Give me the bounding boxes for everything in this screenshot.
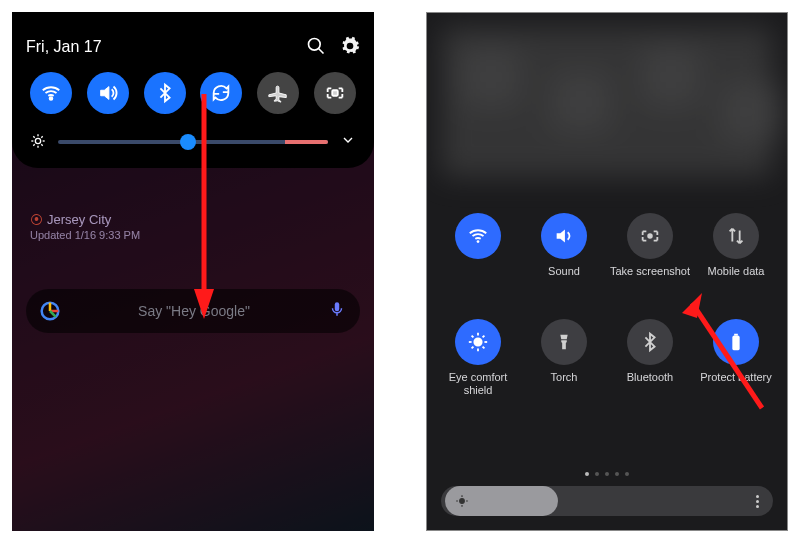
- qs-tile-bluetooth[interactable]: Bluetooth: [607, 319, 693, 397]
- svg-point-0: [42, 303, 59, 320]
- qs-tile-wifi[interactable]: [30, 72, 72, 114]
- brightness-icon: [455, 494, 469, 508]
- svg-point-18: [648, 234, 652, 238]
- svg-line-25: [483, 347, 485, 349]
- mobile-data-icon: [713, 213, 759, 259]
- qs-tile-protect-battery[interactable]: Protect battery: [693, 319, 779, 397]
- brightness-slider[interactable]: [58, 140, 328, 144]
- qs-label: Eye comfort shield: [435, 371, 521, 397]
- chevron-down-icon[interactable]: [340, 132, 356, 152]
- svg-line-27: [483, 336, 485, 338]
- more-menu-icon[interactable]: [756, 495, 759, 508]
- svg-rect-1: [335, 302, 340, 311]
- svg-rect-28: [732, 336, 739, 351]
- weather-widget[interactable]: ⦿ Jersey City Updated 1/16 9:33 PM: [30, 212, 356, 241]
- brightness-low-icon: [30, 133, 46, 152]
- weather-updated-text: Updated 1/16 9:33 PM: [30, 229, 356, 241]
- svg-point-17: [477, 240, 480, 243]
- blurred-media-panel: [441, 27, 773, 177]
- svg-line-11: [33, 136, 34, 137]
- sound-icon: [541, 213, 587, 259]
- qs-tile-take-screenshot[interactable]: Take screenshot: [607, 213, 693, 291]
- eye-comfort-icon: [455, 319, 501, 365]
- quick-settings-grid: Sound Take screenshot Mobile data Eye co…: [427, 213, 787, 397]
- svg-rect-5: [332, 90, 338, 96]
- svg-line-26: [472, 347, 474, 349]
- svg-line-3: [319, 49, 324, 54]
- qs-tile-bluetooth[interactable]: [144, 72, 186, 114]
- weather-location: Jersey City: [47, 212, 111, 227]
- svg-marker-16: [194, 289, 214, 319]
- google-search-placeholder: Say "Hey Google": [70, 303, 318, 319]
- svg-line-12: [41, 144, 42, 145]
- svg-rect-29: [734, 334, 738, 336]
- qs-label: Torch: [551, 371, 578, 397]
- svg-line-14: [41, 136, 42, 137]
- brightness-thumb[interactable]: [180, 134, 196, 150]
- qs-label: Mobile data: [708, 265, 765, 291]
- qs-date[interactable]: Fri, Jan 17: [26, 38, 102, 56]
- brightness-fill: [445, 486, 558, 516]
- battery-icon: [713, 319, 759, 365]
- page-indicator[interactable]: [427, 472, 787, 476]
- svg-line-13: [33, 144, 34, 145]
- torch-icon: [541, 319, 587, 365]
- wifi-icon: [455, 213, 501, 259]
- qs-tile-eye-comfort[interactable]: Eye comfort shield: [435, 319, 521, 397]
- qs-tile-sound[interactable]: Sound: [521, 213, 607, 291]
- qs-tile-torch[interactable]: Torch: [521, 319, 607, 397]
- brightness-slider-row: [26, 132, 360, 152]
- bluetooth-icon: [627, 319, 673, 365]
- svg-point-2: [309, 39, 321, 51]
- qs-tile-sound[interactable]: [87, 72, 129, 114]
- qs-label: Protect battery: [700, 371, 772, 397]
- qs-tile-autorotate[interactable]: [200, 72, 242, 114]
- screenshot-icon: [627, 213, 673, 259]
- google-search-bar[interactable]: Say "Hey Google": [26, 289, 360, 333]
- search-icon[interactable]: [306, 36, 326, 56]
- gear-icon[interactable]: [340, 36, 360, 56]
- brightness-slider[interactable]: [441, 486, 773, 516]
- mic-icon[interactable]: [328, 300, 346, 322]
- qs-tile-airplane[interactable]: [257, 72, 299, 114]
- qs-tile-wifi[interactable]: [435, 213, 521, 291]
- qs-tile-mobile-data[interactable]: Mobile data: [693, 213, 779, 291]
- qs-tile-screen-record[interactable]: [314, 72, 356, 114]
- quick-settings-tiles: [26, 72, 360, 114]
- qs-label: Bluetooth: [627, 371, 673, 397]
- location-pin-icon: ⦿: [30, 212, 43, 227]
- right-screenshot: Sound Take screenshot Mobile data Eye co…: [426, 12, 788, 531]
- left-screenshot: ⦿ Jersey City Updated 1/16 9:33 PM Say "…: [12, 12, 374, 531]
- qs-label: Sound: [548, 265, 580, 291]
- qs-label: Take screenshot: [610, 265, 690, 291]
- svg-point-6: [35, 138, 40, 143]
- svg-point-30: [460, 499, 465, 504]
- google-logo-icon: [40, 301, 60, 321]
- svg-line-24: [472, 336, 474, 338]
- quick-settings-panel[interactable]: Fri, Jan 17: [12, 12, 374, 168]
- svg-point-4: [50, 97, 53, 100]
- svg-point-19: [474, 338, 481, 345]
